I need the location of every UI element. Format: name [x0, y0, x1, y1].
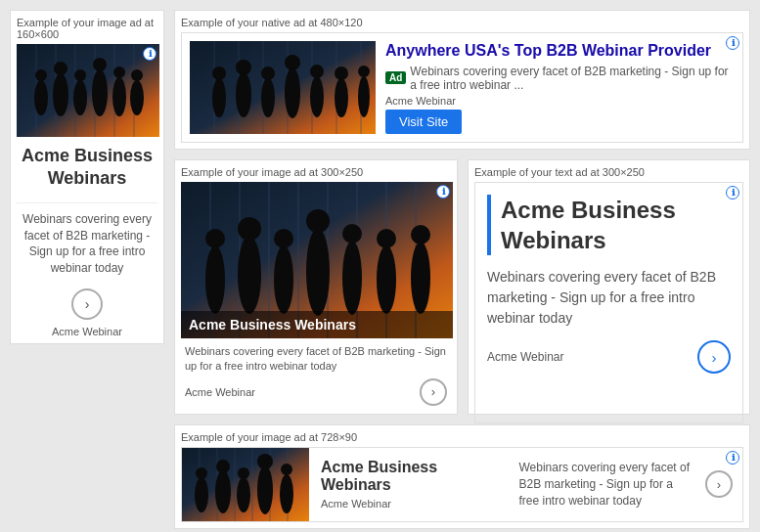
svg-point-75	[237, 477, 250, 512]
middle-row: Example of your image ad at 300×250 ℹ	[174, 159, 750, 415]
native-inner: ℹ	[181, 32, 743, 143]
text-ad-advertiser: Acme Webinar	[487, 350, 563, 364]
svg-point-80	[281, 464, 292, 475]
ad-300-label: Example of your image ad at 300×250	[181, 166, 451, 178]
text-ad-footer: Acme Webinar ›	[487, 340, 731, 374]
svg-point-29	[236, 72, 251, 117]
ad-728-image	[182, 448, 309, 521]
native-desc-text: Webinars covering every facet of B2B mar…	[410, 65, 735, 92]
svg-point-35	[310, 76, 324, 117]
ad-native-panel: Example of your native ad at 480×120 ℹ	[174, 10, 750, 150]
svg-point-79	[280, 474, 293, 513]
svg-point-12	[74, 69, 86, 81]
svg-point-17	[130, 80, 144, 115]
svg-point-9	[53, 73, 68, 116]
info-icon-native[interactable]: ℹ	[726, 36, 739, 50]
ad-160-description: Webinars covering every facet of B2B mar…	[17, 207, 157, 281]
info-icon-728[interactable]: ℹ	[726, 451, 739, 465]
svg-point-40	[358, 66, 370, 77]
ad-badge: Ad	[385, 71, 406, 84]
text-ad-description: Webinars covering every facet of B2B mar…	[487, 267, 731, 329]
svg-point-54	[274, 245, 293, 314]
text-ad-title: Acme Business Webinars	[487, 195, 731, 255]
svg-point-53	[238, 217, 261, 241]
chevron-button-728[interactable]: ›	[705, 470, 733, 498]
native-advertiser: Acme Webinar	[385, 95, 735, 107]
svg-point-38	[335, 66, 348, 80]
svg-point-71	[195, 477, 208, 512]
svg-point-50	[205, 245, 225, 314]
ad-160-image: ℹ	[17, 44, 159, 137]
svg-point-76	[238, 467, 249, 479]
svg-point-78	[257, 454, 273, 469]
svg-point-36	[310, 65, 324, 78]
chevron-button-160[interactable]: ›	[71, 288, 103, 320]
svg-point-32	[261, 66, 275, 80]
svg-point-7	[34, 80, 48, 115]
ad-160-title: Acme Business Webinars	[17, 137, 157, 199]
svg-point-30	[236, 60, 251, 75]
svg-point-16	[113, 66, 125, 78]
svg-point-14	[93, 58, 107, 71]
svg-point-57	[306, 209, 330, 233]
ad-300-footer: Acme Webinar ›	[181, 377, 451, 408]
native-label: Example of your native ad at 480×120	[181, 17, 743, 28]
svg-point-77	[257, 466, 273, 514]
text-ad-inner: ℹ Acme Business Webinars Webinars coveri…	[474, 182, 743, 423]
ad-160-bottom: › Acme Webinar	[17, 288, 157, 337]
svg-point-58	[342, 241, 362, 315]
chevron-button-300[interactable]: ›	[420, 378, 447, 406]
svg-point-62	[411, 242, 430, 314]
svg-point-8	[35, 69, 47, 81]
svg-point-72	[196, 467, 207, 479]
native-content: Anywhere USA's Top B2B Webinar Provider …	[385, 41, 735, 134]
left-column: Example of your image ad at 160×600 ℹ	[10, 10, 164, 529]
ad-300x250-panel: Example of your image ad at 300×250 ℹ	[174, 159, 458, 415]
ad-728-content: Acme Business Webinars Acme Webinar	[309, 451, 508, 517]
right-column: Example of your native ad at 480×120 ℹ	[174, 10, 750, 529]
ad-728-title: Acme Business Webinars	[321, 459, 496, 494]
ad-300-advertiser: Acme Webinar	[185, 386, 255, 398]
ad-160-label: Example of your image ad at 160×600	[17, 17, 157, 40]
ad-300-desc: Webinars covering every facet of B2B mar…	[181, 338, 451, 377]
info-icon-160[interactable]: ℹ	[143, 47, 156, 61]
svg-point-28	[212, 66, 226, 80]
svg-point-27	[212, 78, 226, 117]
ad-300-overlay-title: Acme Business Webinars	[189, 317, 445, 332]
info-icon-text-300[interactable]: ℹ	[726, 186, 739, 200]
native-image	[190, 41, 376, 134]
svg-point-15	[112, 77, 126, 116]
svg-point-18	[131, 69, 143, 81]
visit-site-button[interactable]: Visit Site	[385, 110, 462, 134]
svg-point-63	[411, 225, 430, 244]
text-ad-300-label: Example of your text ad at 300×250	[474, 166, 743, 178]
svg-point-33	[285, 67, 300, 118]
svg-point-73	[215, 470, 231, 513]
svg-point-34	[285, 55, 300, 70]
svg-point-52	[238, 236, 261, 314]
ad-text-300-panel: Example of your text ad at 300×250 ℹ Acm…	[468, 159, 750, 415]
ad-728-inner: ℹ	[181, 447, 743, 522]
svg-point-60	[377, 245, 396, 314]
info-icon-300[interactable]: ℹ	[436, 185, 450, 199]
divider	[17, 202, 157, 203]
svg-point-61	[377, 229, 396, 248]
svg-point-59	[342, 224, 362, 244]
ad-728-chevron-area: ›	[705, 470, 742, 498]
svg-point-10	[54, 62, 67, 75]
svg-point-11	[73, 80, 87, 115]
ad-300-image: ℹ	[181, 182, 453, 338]
svg-point-39	[358, 76, 370, 117]
native-ad-label: Ad Webinars covering every facet of B2B …	[385, 65, 735, 92]
svg-point-31	[261, 78, 275, 117]
native-title: Anywhere USA's Top B2B Webinar Provider	[385, 41, 735, 62]
svg-point-56	[306, 228, 330, 316]
ad-300-overlay: Acme Business Webinars	[181, 311, 453, 338]
svg-point-51	[205, 229, 225, 248]
svg-point-74	[216, 460, 230, 473]
ad-728-desc: Webinars covering every facet of B2B mar…	[508, 452, 706, 516]
svg-point-55	[274, 229, 293, 248]
ad-728-panel: Example of your image ad at 728×90 ℹ	[174, 424, 750, 529]
svg-point-13	[92, 69, 108, 116]
chevron-button-text-300[interactable]: ›	[697, 340, 731, 374]
